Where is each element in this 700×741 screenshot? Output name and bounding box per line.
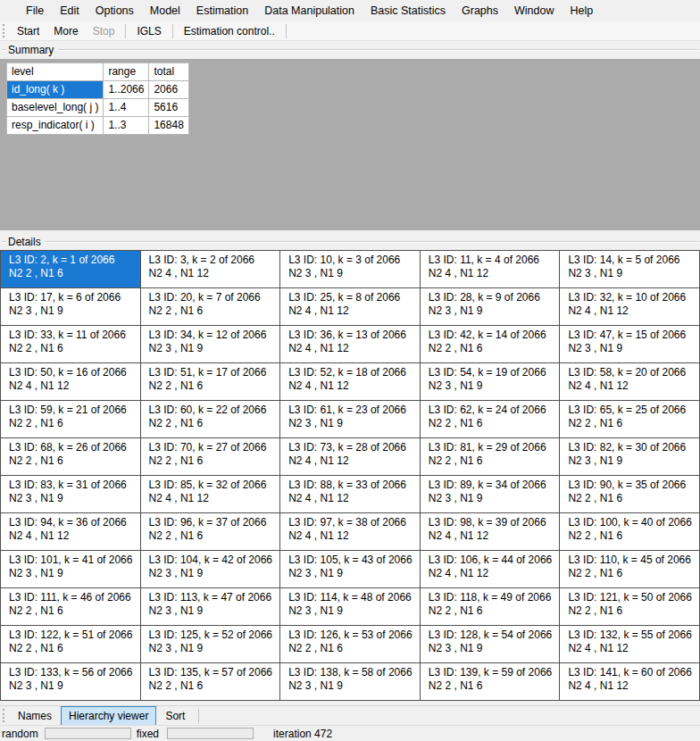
- menu-item-window[interactable]: Window: [506, 2, 562, 20]
- hierarchy-cell[interactable]: L3 ID: 17, k = 6 of 2066N2 3 , N1 9: [1, 288, 141, 326]
- hierarchy-cell[interactable]: L3 ID: 62, k = 24 of 2066N2 2 , N1 6: [421, 401, 561, 438]
- hierarchy-cell[interactable]: L3 ID: 70, k = 27 of 2066N2 2 , N1 6: [141, 438, 281, 476]
- hierarchy-cell[interactable]: L3 ID: 94, k = 36 of 2066N2 4 , N1 12: [1, 513, 141, 551]
- hierarchy-cell[interactable]: L3 ID: 105, k = 43 of 2066N2 3 , N1 9: [280, 551, 421, 588]
- hierarchy-cell[interactable]: L3 ID: 68, k = 26 of 2066N2 2 , N1 6: [1, 438, 141, 476]
- hierarchy-cell[interactable]: L3 ID: 138, k = 58 of 2066N2 3 , N1 9: [280, 663, 421, 701]
- hierarchy-cell[interactable]: L3 ID: 113, k = 47 of 2066N2 3 , N1 9: [141, 588, 281, 626]
- hierarchy-cell[interactable]: L3 ID: 32, k = 10 of 2066N2 4 , N1 12: [560, 288, 700, 326]
- hierarchy-cell[interactable]: L3 ID: 54, k = 19 of 2066N2 3 , N1 9: [421, 363, 561, 401]
- summary-cell-total[interactable]: 5616: [149, 99, 188, 117]
- hierarchy-cell[interactable]: L3 ID: 89, k = 34 of 2066N2 3 , N1 9: [421, 476, 561, 513]
- hierarchy-cell[interactable]: L3 ID: 83, k = 31 of 2066N2 3 , N1 9: [1, 476, 141, 513]
- hierarchy-cell[interactable]: L3 ID: 114, k = 48 of 2066N2 3 , N1 9: [280, 588, 421, 626]
- hierarchy-cell[interactable]: L3 ID: 65, k = 25 of 2066N2 2 , N1 6: [560, 401, 700, 438]
- hierarchy-cell[interactable]: L3 ID: 122, k = 51 of 2066N2 2 , N1 6: [1, 626, 141, 663]
- summary-cell-level[interactable]: id_long( k ): [7, 81, 104, 99]
- hierarchy-cell[interactable]: L3 ID: 28, k = 9 of 2066N2 3 , N1 9: [421, 288, 561, 326]
- menu-item-basic-statistics[interactable]: Basic Statistics: [362, 2, 454, 20]
- menu-item-options[interactable]: Options: [88, 2, 142, 20]
- hierarchy-cell[interactable]: L3 ID: 110, k = 45 of 2066N2 2 , N1 6: [560, 551, 700, 588]
- hierarchy-cell[interactable]: L3 ID: 47, k = 15 of 2066N2 3 , N1 9: [560, 326, 700, 363]
- menu-item-model[interactable]: Model: [142, 2, 188, 20]
- tab-names[interactable]: Names: [10, 706, 60, 726]
- hierarchy-cell[interactable]: L3 ID: 135, k = 57 of 2066N2 2 , N1 6: [141, 663, 281, 701]
- tab-sort[interactable]: Sort: [157, 706, 193, 726]
- summary-cell-level[interactable]: resp_indicator( i ): [7, 117, 104, 135]
- hierarchy-cell[interactable]: L3 ID: 51, k = 17 of 2066N2 2 , N1 6: [141, 363, 281, 401]
- summary-cell-range[interactable]: 1..4: [104, 99, 149, 117]
- hierarchy-cell[interactable]: L3 ID: 10, k = 3 of 2066N2 3 , N1 9: [280, 251, 421, 288]
- hierarchy-cell[interactable]: L3 ID: 118, k = 49 of 2066N2 2 , N1 6: [421, 588, 561, 626]
- toolbar-gripper-icon[interactable]: [3, 24, 5, 37]
- cell-l3-id-label: L3 ID: 106, k = 44 of 2066: [429, 554, 558, 567]
- cell-unit-counts-label: N2 3 , N1 9: [9, 679, 138, 693]
- tabbar-separator: [198, 709, 199, 723]
- hierarchy-cell[interactable]: L3 ID: 36, k = 13 of 2066N2 4 , N1 12: [280, 326, 421, 363]
- hierarchy-cell[interactable]: L3 ID: 85, k = 32 of 2066N2 4 , N1 12: [141, 476, 281, 513]
- hierarchy-cell[interactable]: L3 ID: 3, k = 2 of 2066N2 4 , N1 12: [141, 251, 281, 288]
- hierarchy-cell[interactable]: L3 ID: 25, k = 8 of 2066N2 4 , N1 12: [280, 288, 421, 326]
- menu-item-estimation[interactable]: Estimation: [188, 2, 256, 20]
- menu-item-graphs[interactable]: Graphs: [454, 2, 506, 20]
- hierarchy-cell[interactable]: L3 ID: 14, k = 5 of 2066N2 3 , N1 9: [560, 251, 700, 288]
- tab-hierarchy-viewer[interactable]: Hierarchy viewer: [61, 706, 156, 726]
- menu-item-data-manipulation[interactable]: Data Manipulation: [256, 2, 362, 20]
- hierarchy-cell[interactable]: L3 ID: 98, k = 39 of 2066N2 4 , N1 12: [421, 513, 561, 551]
- cell-unit-counts-label: N2 2 , N1 6: [568, 492, 697, 505]
- hierarchy-cell[interactable]: L3 ID: 104, k = 42 of 2066N2 3 , N1 9: [141, 551, 281, 588]
- hierarchy-cell[interactable]: L3 ID: 96, k = 37 of 2066N2 2 , N1 6: [141, 513, 281, 551]
- menu-item-file[interactable]: File: [18, 2, 52, 20]
- hierarchy-cell[interactable]: L3 ID: 82, k = 30 of 2066N2 3 , N1 9: [560, 438, 700, 476]
- cell-unit-counts-label: N2 4 , N1 12: [9, 379, 138, 393]
- summary-level-table: level range total id_long( k )1..2066206…: [6, 62, 189, 135]
- groupbox-rule: [58, 49, 699, 51]
- hierarchy-cell[interactable]: L3 ID: 50, k = 16 of 2066N2 4 , N1 12: [1, 363, 141, 401]
- cell-unit-counts-label: N2 2 , N1 6: [149, 379, 279, 393]
- hierarchy-cell[interactable]: L3 ID: 88, k = 33 of 2066N2 4 , N1 12: [280, 476, 421, 513]
- hierarchy-cell[interactable]: L3 ID: 141, k = 60 of 2066N2 4 , N1 12: [560, 663, 700, 701]
- summary-header-total: total: [149, 63, 188, 81]
- hierarchy-cell[interactable]: L3 ID: 132, k = 55 of 2066N2 4 , N1 12: [560, 626, 700, 663]
- cell-l3-id-label: L3 ID: 128, k = 54 of 2066: [429, 629, 558, 642]
- summary-cell-range[interactable]: 1..2066: [104, 81, 149, 99]
- hierarchy-cell[interactable]: L3 ID: 81, k = 29 of 2066N2 2 , N1 6: [421, 438, 561, 476]
- summary-cell-range[interactable]: 1..3: [104, 117, 149, 135]
- hierarchy-cell[interactable]: L3 ID: 97, k = 38 of 2066N2 4 , N1 12: [280, 513, 421, 551]
- start-button[interactable]: Start: [10, 23, 46, 39]
- hierarchy-cell[interactable]: L3 ID: 59, k = 21 of 2066N2 2 , N1 6: [1, 401, 141, 438]
- hierarchy-cell[interactable]: L3 ID: 20, k = 7 of 2066N2 2 , N1 6: [141, 288, 281, 326]
- hierarchy-cell[interactable]: L3 ID: 126, k = 53 of 2066N2 2 , N1 6: [280, 626, 421, 663]
- hierarchy-cell[interactable]: L3 ID: 139, k = 59 of 2066N2 2 , N1 6: [421, 663, 561, 701]
- summary-cell-total[interactable]: 16848: [149, 117, 188, 135]
- hierarchy-cell[interactable]: L3 ID: 11, k = 4 of 2066N2 4 , N1 12: [421, 251, 561, 288]
- more-button[interactable]: More: [46, 23, 85, 39]
- hierarchy-cell[interactable]: L3 ID: 2, k = 1 of 2066N2 2 , N1 6: [1, 251, 141, 288]
- hierarchy-cell[interactable]: L3 ID: 90, k = 35 of 2066N2 2 , N1 6: [560, 476, 700, 513]
- hierarchy-cell[interactable]: L3 ID: 121, k = 50 of 2066N2 2 , N1 6: [560, 588, 700, 626]
- hierarchy-cell[interactable]: L3 ID: 34, k = 12 of 2066N2 3 , N1 9: [141, 326, 281, 363]
- hierarchy-cell[interactable]: L3 ID: 106, k = 44 of 2066N2 4 , N1 12: [421, 551, 561, 588]
- igls-button[interactable]: IGLS: [129, 23, 168, 39]
- hierarchy-cell[interactable]: L3 ID: 125, k = 52 of 2066N2 3 , N1 9: [141, 626, 281, 663]
- hierarchy-cell[interactable]: L3 ID: 111, k = 46 of 2066N2 2 , N1 6: [1, 588, 141, 626]
- hierarchy-cell[interactable]: L3 ID: 61, k = 23 of 2066N2 3 , N1 9: [280, 401, 421, 438]
- hierarchy-cell[interactable]: L3 ID: 128, k = 54 of 2066N2 3 , N1 9: [421, 626, 561, 663]
- hierarchy-cell[interactable]: L3 ID: 58, k = 20 of 2066N2 4 , N1 12: [560, 363, 700, 401]
- hierarchy-cell[interactable]: L3 ID: 42, k = 14 of 2066N2 2 , N1 6: [421, 326, 561, 363]
- tabbar-gripper-icon[interactable]: [3, 709, 5, 722]
- summary-cell-level[interactable]: baselevel_long( j ): [7, 99, 104, 117]
- estimation-control-button[interactable]: Estimation control..: [177, 23, 282, 39]
- menu-item-edit[interactable]: Edit: [52, 2, 88, 20]
- hierarchy-cell[interactable]: L3 ID: 60, k = 22 of 2066N2 2 , N1 6: [141, 401, 281, 438]
- summary-cell-total[interactable]: 2066: [149, 81, 188, 99]
- fixed-status-label: fixed: [137, 728, 159, 740]
- hierarchy-cell[interactable]: L3 ID: 133, k = 56 of 2066N2 3 , N1 9: [1, 663, 141, 701]
- hierarchy-cell[interactable]: L3 ID: 73, k = 28 of 2066N2 4 , N1 12: [280, 438, 421, 476]
- menu-item-help[interactable]: Help: [562, 2, 602, 20]
- hierarchy-cell[interactable]: L3 ID: 33, k = 11 of 2066N2 2 , N1 6: [1, 326, 141, 363]
- cell-l3-id-label: L3 ID: 70, k = 27 of 2066: [149, 441, 279, 454]
- hierarchy-cell[interactable]: L3 ID: 101, k = 41 of 2066N2 3 , N1 9: [1, 551, 141, 588]
- hierarchy-cell[interactable]: L3 ID: 52, k = 18 of 2066N2 4 , N1 12: [280, 363, 421, 401]
- hierarchy-cell[interactable]: L3 ID: 100, k = 40 of 2066N2 2 , N1 6: [560, 513, 700, 551]
